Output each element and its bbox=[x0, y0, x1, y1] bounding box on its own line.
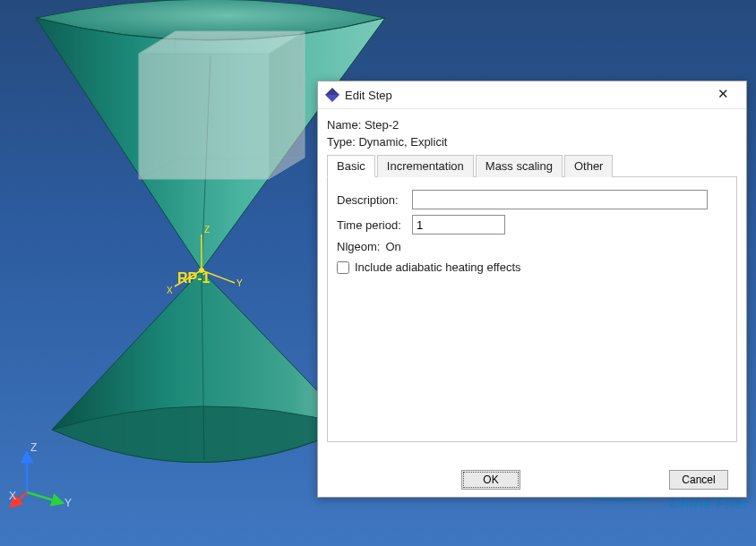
triad-x-label: X bbox=[9, 490, 16, 502]
name-row: Name: Step-2 bbox=[327, 118, 737, 132]
adiabatic-checkbox[interactable] bbox=[337, 261, 349, 274]
time-period-label: Time period: bbox=[337, 218, 412, 232]
tab-mass-scaling[interactable]: Mass scaling bbox=[476, 155, 563, 177]
time-period-input[interactable] bbox=[412, 215, 505, 235]
name-value: Step-2 bbox=[365, 118, 399, 132]
nlgeom-value: On bbox=[385, 240, 400, 253]
triad-y-label: Y bbox=[64, 497, 72, 509]
close-button[interactable]: ✕ bbox=[705, 85, 741, 105]
svg-text:Y: Y bbox=[236, 278, 243, 288]
tab-strip: Basic Incrementation Mass scaling Other bbox=[327, 154, 737, 177]
description-input[interactable] bbox=[412, 190, 708, 209]
name-label: Name: bbox=[327, 118, 361, 132]
svg-text:X: X bbox=[167, 286, 173, 295]
watermark-main: China Flier bbox=[670, 496, 749, 511]
ok-button[interactable]: OK bbox=[461, 470, 520, 490]
edit-step-dialog: Edit Step ✕ Name: Step-2 Type: Dynamic, … bbox=[317, 81, 747, 498]
tab-basic[interactable]: Basic bbox=[327, 155, 375, 177]
tab-incrementation[interactable]: Incrementation bbox=[377, 155, 474, 177]
description-label: Description: bbox=[337, 193, 412, 207]
type-row: Type: Dynamic, Explicit bbox=[327, 135, 737, 149]
svg-point-13 bbox=[199, 268, 204, 273]
triad-z-label: Z bbox=[30, 441, 37, 454]
nlgeom-label: Nlgeom: bbox=[337, 240, 380, 253]
close-icon: ✕ bbox=[717, 86, 729, 101]
svg-marker-1 bbox=[269, 31, 305, 179]
dialog-titlebar[interactable]: Edit Step ✕ bbox=[318, 81, 746, 109]
dialog-title: Edit Step bbox=[345, 89, 705, 102]
tab-basic-page: Description: Time period: Nlgeom: On Inc… bbox=[327, 177, 737, 442]
tab-other[interactable]: Other bbox=[564, 155, 614, 177]
svg-text:Z: Z bbox=[204, 225, 210, 235]
type-value: Dynamic, Explicit bbox=[358, 135, 447, 149]
svg-line-17 bbox=[27, 492, 63, 503]
svg-marker-0 bbox=[139, 54, 269, 179]
orientation-triad[interactable]: Z Y X bbox=[9, 439, 81, 510]
adiabatic-label: Include adiabatic heating effects bbox=[355, 260, 521, 274]
app-icon bbox=[325, 88, 339, 102]
adiabatic-row[interactable]: Include adiabatic heating effects bbox=[337, 260, 727, 274]
cancel-button[interactable]: Cancel bbox=[669, 470, 728, 490]
type-label: Type: bbox=[327, 135, 356, 149]
